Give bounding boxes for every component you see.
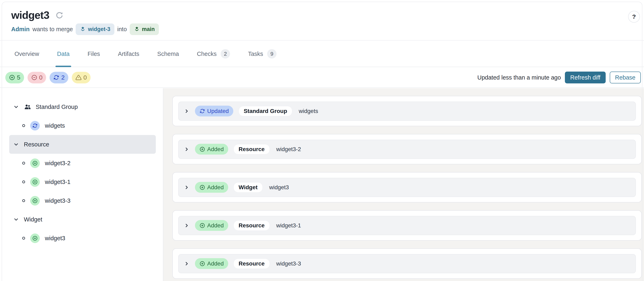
tab-artifacts[interactable]: Artifacts [118,41,139,67]
chevron-down-icon[interactable] [13,141,19,148]
merge-text: wants to merge [32,26,73,33]
added-count-pill: 5 [5,72,24,84]
tab-overview[interactable]: Overview [14,41,39,67]
tree-item-widget3-2[interactable]: widget3-2 [9,154,156,172]
kind-badge: Widget [234,182,263,192]
tab-bar: Overview Data Files Artifacts Schema Che… [0,41,644,67]
tree-item-label: widget3-2 [45,160,70,166]
last-updated-text: Updated less than a minute ago [478,74,561,81]
status-badge: Added [195,182,228,193]
chevron-down-icon[interactable] [13,216,19,223]
warning-icon [76,74,82,80]
refresh-icon[interactable] [55,11,64,19]
tree-item-widget3-3[interactable]: widget3-3 [9,191,156,210]
added-change-icon [30,196,40,206]
diff-row-widget3-2[interactable]: Added Resource widget3-2 [178,140,636,159]
tree-item-label: widget3-3 [45,198,70,204]
tab-data[interactable]: Data [57,41,70,67]
into-text: into [117,26,127,33]
added-change-icon [30,234,40,243]
tree-item-widgets[interactable]: widgets [9,116,156,135]
diff-row-widget3-1[interactable]: Added Resource widget3-1 [178,216,636,235]
bullet-icon [22,124,25,127]
diff-row-name: widgets [299,108,318,114]
title-row: widget3 [11,9,64,21]
group-icon [24,103,31,110]
kind-badge: Resource [234,258,270,269]
rebase-button[interactable]: Rebase [610,72,641,84]
tree-item-widget3[interactable]: widget3 [9,229,156,248]
diff-card: Added Resource widget3-1 [172,210,642,240]
tree-item-label: widget3-1 [45,179,70,185]
updated-count-pill: 2 [50,72,68,84]
chevron-right-icon[interactable] [184,260,190,267]
bullet-icon [22,199,25,202]
diff-list: Updated Standard Group widgets Added Res… [163,88,644,281]
updated-change-icon [30,121,40,130]
bullet-icon [22,162,25,164]
tab-schema[interactable]: Schema [157,41,179,67]
tree-item-label: widgets [45,122,65,129]
bullet-icon [22,237,25,240]
source-branch-badge[interactable]: widget-3 [76,24,114,35]
status-badge: Added [195,220,228,231]
tree-group-standard-group[interactable]: Standard Group [9,98,156,116]
checks-count-badge: 2 [221,49,230,58]
plus-circle-icon [200,184,205,190]
sync-icon [200,108,205,114]
diff-card: Updated Standard Group widgets [172,96,642,126]
chevron-right-icon[interactable] [184,222,190,228]
sync-icon [53,74,59,80]
diff-card: Added Resource widget3-2 [172,134,642,164]
diff-row-name: widget3-1 [276,222,301,229]
kind-badge: Resource [234,220,270,231]
status-badge: Added [195,144,228,154]
tree-item-label: widget3 [45,235,65,242]
tree-group-widget[interactable]: Widget [9,210,156,229]
chevron-down-icon[interactable] [13,104,19,110]
chevron-right-icon[interactable] [184,184,190,190]
tasks-count-badge: 9 [267,49,276,58]
added-change-icon [30,158,40,168]
bullet-icon [22,180,25,183]
diff-row-widget3[interactable]: Added Widget widget3 [178,178,636,197]
status-badge: Added [195,258,228,269]
status-badge: Updated [195,106,233,116]
target-branch-badge[interactable]: main [130,24,159,35]
tree-group-label: Resource [24,141,49,148]
content-area: Standard Group widgets Resource wid [0,88,644,281]
diff-row-widgets[interactable]: Updated Standard Group widgets [178,102,636,121]
tab-files[interactable]: Files [88,41,100,67]
plus-circle-icon [200,146,205,152]
chevron-right-icon[interactable] [184,146,190,152]
target-branch-label: main [142,26,155,32]
help-button[interactable]: ? [628,11,640,23]
tab-tasks[interactable]: Tasks 9 [248,41,276,67]
minus-circle-icon [31,74,37,80]
plus-circle-icon [200,223,205,228]
warning-count-pill: 0 [72,72,90,84]
tree-item-widget3-1[interactable]: widget3-1 [9,172,156,191]
kind-badge: Resource [234,144,270,154]
tree-group-resource[interactable]: Resource [9,135,156,154]
diff-stat-pills: 5 0 2 0 [5,72,90,84]
tree-group-label: Widget [24,216,42,223]
page-title: widget3 [11,9,49,21]
tree-group-label: Standard Group [36,104,78,110]
diff-card: Added Resource widget3-3 [172,248,642,279]
chevron-right-icon[interactable] [184,108,190,114]
author-link[interactable]: Admin [11,26,30,33]
removed-count-pill: 0 [28,72,46,84]
added-change-icon [30,177,40,187]
branch-icon [80,26,86,32]
tab-checks[interactable]: Checks 2 [197,41,230,67]
diff-row-name: widget3 [269,184,289,191]
diff-stats-bar: 5 0 2 0 Updated less than a minute ago R… [0,68,644,88]
plus-circle-icon [9,74,15,80]
header: widget3 Admin wants to merge widget-3 in… [0,0,644,40]
source-branch-label: widget-3 [88,26,110,32]
diff-row-widget3-3[interactable]: Added Resource widget3-3 [178,254,636,273]
branch-icon [134,26,140,32]
diff-tree-sidebar: Standard Group widgets Resource wid [0,88,163,281]
refresh-diff-button[interactable]: Refresh diff [565,72,606,84]
